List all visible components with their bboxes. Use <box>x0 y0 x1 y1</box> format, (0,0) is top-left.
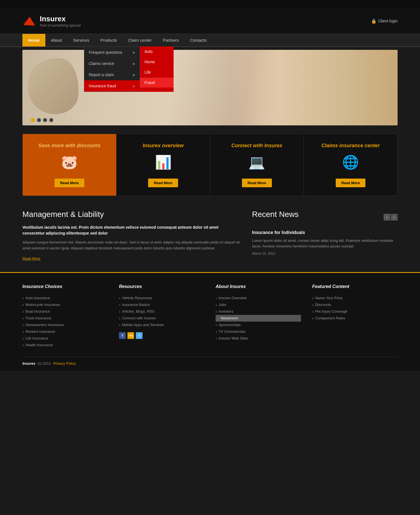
piggy-bank-icon: 🐷 <box>28 154 111 170</box>
logo-area: Insurex Part of something special <box>22 14 81 28</box>
header: Insurex Part of something special 🔒 Clie… <box>0 8 420 34</box>
management-title: Management & Liability <box>22 210 241 219</box>
footer-link-life[interactable]: Life Insurance <box>22 335 108 342</box>
content-left: Management & Liability Vestibulum iaculi… <box>22 210 241 261</box>
card-title-connect: Connect with Insurex <box>216 142 298 149</box>
client-login-label: Client login <box>378 19 398 23</box>
footer-link-mobile[interactable]: Mobile Apps and Services <box>119 322 204 328</box>
recent-news-title: Recent News <box>252 210 299 219</box>
cards-row: Save more with discounts 🐷 Read More Ins… <box>22 134 398 196</box>
footer-link-tv[interactable]: TV Commercials <box>216 328 301 335</box>
footer-link-insurex-overview[interactable]: Insurex Overview <box>216 295 301 301</box>
twitter-icon[interactable]: t <box>136 332 143 339</box>
sub-home[interactable]: Home <box>140 57 174 67</box>
sub-life[interactable]: Life <box>140 67 174 78</box>
footer-col-about: About Insurex Insurex Overview Jobs Inve… <box>216 284 301 348</box>
read-more-btn-claims[interactable]: Read More <box>336 179 365 187</box>
read-more-btn-discounts[interactable]: Read More <box>55 179 84 187</box>
hero-hand-left <box>28 58 78 114</box>
news-body: Lorem ipsum dolor sit amet, consec tetue… <box>252 238 398 249</box>
footer-link-sponsorships[interactable]: Sponsorships <box>216 322 301 328</box>
content-right: Recent News ‹ › Insurance for Individual… <box>252 210 398 261</box>
nav-about[interactable]: About <box>45 34 67 46</box>
nav-products[interactable]: Products <box>95 34 122 46</box>
footer-link-newsroom[interactable]: Newsroom <box>216 315 301 322</box>
footer-link-comparison[interactable]: Comparison Rates <box>312 315 398 322</box>
footer-link-articles[interactable]: Articles, Blogs, RSS <box>119 308 204 315</box>
footer-link-connect[interactable]: Connect with Insurex <box>119 315 204 322</box>
nav-contacts[interactable]: Contacts <box>185 34 212 46</box>
dropdown-report-claim[interactable]: Report a claim ▶ <box>84 69 140 80</box>
hero-dot-2[interactable] <box>37 118 41 122</box>
dropdown-insurance-fraud[interactable]: Insurance fraud ▶ <box>84 80 140 92</box>
laptop-icon: 💻 <box>216 154 298 170</box>
read-more-link[interactable]: Read More <box>22 256 40 261</box>
nav-services[interactable]: Services <box>67 34 95 46</box>
footer-link-name-your-price[interactable]: Name Your Price <box>312 295 398 301</box>
read-more-btn-overview[interactable]: Read More <box>148 179 178 187</box>
content-intro: Vestibulum iaculis lacinia est. Proin di… <box>22 224 241 236</box>
footer-link-health[interactable]: Health Insurance <box>22 342 108 348</box>
footer-link-vehicle[interactable]: Vehicle Resources <box>119 295 204 301</box>
info-card-overview: Insurex overview 📊 Read More <box>116 134 210 196</box>
sub-fraud[interactable]: Fraud <box>140 78 174 88</box>
brand-name: Insurex <box>40 15 81 23</box>
footer-link-discounts[interactable]: Discounts <box>312 301 398 308</box>
dropdown-arrow-icon-2: ▶ <box>133 62 135 65</box>
facebook-icon[interactable]: f <box>119 332 126 339</box>
recent-news-header: Recent News ‹ › <box>252 210 398 224</box>
footer-link-insurance-basics[interactable]: Insurance Basics <box>119 301 204 308</box>
footer-link-homeowners[interactable]: Homeowners Insurance <box>22 322 108 328</box>
nav-bar: Home About Services Products Claim cente… <box>0 34 420 47</box>
footer-link-renters[interactable]: Renters Insurance <box>22 328 108 335</box>
footer-link-auto[interactable]: Auto Insurance <box>22 295 108 301</box>
dropdown-claims-service[interactable]: Claims service ▶ <box>84 58 140 69</box>
brand-tagline: Part of something special <box>40 23 81 27</box>
footer-col1-title: Insurance Choices <box>22 284 108 289</box>
read-more-btn-connect[interactable]: Read More <box>242 179 272 187</box>
hero-section <box>0 47 420 131</box>
dropdown-frequent-questions[interactable]: Frequent questions ▶ <box>84 47 140 58</box>
main-content: Management & Liability Vestibulum iaculi… <box>0 204 420 272</box>
nav-home[interactable]: Home <box>22 34 45 46</box>
privacy-policy-link[interactable]: Privacy Policy <box>53 361 76 366</box>
nav-claim-center[interactable]: Claim center <box>123 34 157 46</box>
nav-partners[interactable]: Partners <box>157 34 185 46</box>
hero-dot-1[interactable] <box>31 118 35 122</box>
footer-col3-title: About Insurex <box>216 284 301 289</box>
footer-link-boat[interactable]: Boat Insurance <box>22 308 108 315</box>
client-login[interactable]: 🔒 Client login <box>371 18 398 24</box>
footer-col4-title: Featured Content <box>312 284 398 289</box>
card-title-claims: Claims insurance center <box>309 142 392 149</box>
footer-link-jobs[interactable]: Jobs <box>216 301 301 308</box>
rss-icon[interactable]: rss <box>127 332 134 339</box>
news-prev-btn[interactable]: ‹ <box>384 214 390 221</box>
info-card-claims: Claims insurance center 🌐 Read More <box>304 134 397 196</box>
news-headline[interactable]: Insurance for Individuals <box>252 230 398 235</box>
dropdown-main-menu: Frequent questions ▶ Claims service ▶ Re… <box>84 46 140 92</box>
footer-link-web-sites[interactable]: Insurex Web Sites <box>216 335 301 342</box>
footer-link-investors[interactable]: Investors <box>216 308 301 315</box>
news-next-btn[interactable]: › <box>391 214 398 221</box>
hero-dot-4[interactable] <box>49 118 53 122</box>
footer-col2-title: Resources <box>119 284 204 289</box>
footer-col-featured: Featured Content Name Your Price Discoun… <box>312 284 398 348</box>
dropdown-arrow-icon-3: ▶ <box>133 73 135 76</box>
dropdown-arrow-icon: ▶ <box>133 51 135 54</box>
footer-link-pet-injury[interactable]: Pet Injury Coverage <box>312 308 398 315</box>
footer-link-truck[interactable]: Truck Insurance <box>22 315 108 322</box>
card-title-discounts: Save more with discounts <box>28 142 111 149</box>
info-card-discounts: Save more with discounts 🐷 Read More <box>23 134 116 196</box>
dropdown-menu: Frequent questions ▶ Claims service ▶ Re… <box>84 46 174 92</box>
footer-link-motorcycle[interactable]: Motorcycle Insurance <box>22 301 108 308</box>
footer-brand: Insurex <box>22 361 35 366</box>
dropdown-sub-menu: Auto Home Life Fraud <box>140 46 174 92</box>
logo-text: Insurex Part of something special <box>40 15 81 27</box>
footer-bottom: Insurex (c) 2011 Privacy Policy <box>22 357 398 366</box>
footer-copyright: (c) 2011 <box>38 361 51 366</box>
news-item: Insurance for Individuals Lorem ipsum do… <box>252 230 398 256</box>
hero-dot-3[interactable] <box>43 118 47 122</box>
chart-icon: 📊 <box>122 154 204 170</box>
sub-auto[interactable]: Auto <box>140 46 174 57</box>
content-body: Aliquam congue fermentum nisl. Mauris ac… <box>22 240 241 251</box>
